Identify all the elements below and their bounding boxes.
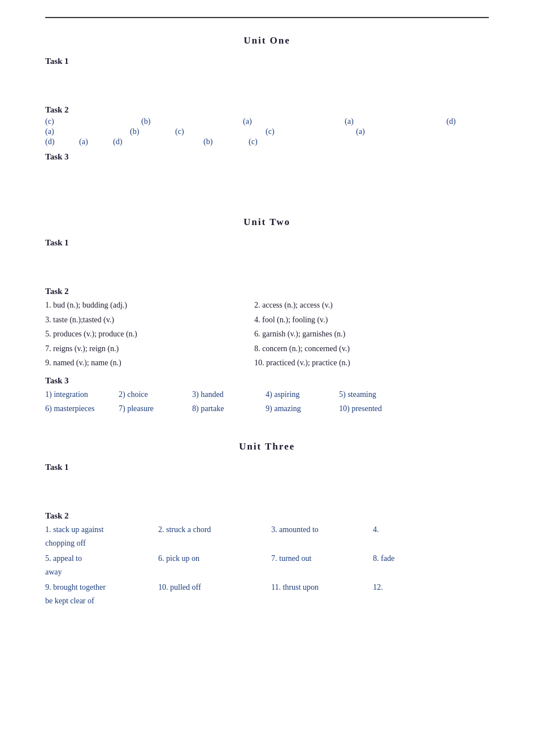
answer-cell: (a) [345,117,396,126]
col-left: 3. taste (n.);tasted (v.) [45,313,254,327]
unit-title-3: Unit Three [45,441,489,452]
task2-unit3-sub: away [45,565,489,580]
unit-title-1: Unit One [45,35,489,46]
task2-unit3-sub-cell [373,594,429,608]
col-left: 1. bud (n.); budding (adj.) [45,299,254,313]
task2-unit3-cell: 1. stack up against [45,523,158,537]
answer-cell [85,117,141,126]
task2-unit3-sub-cell [158,565,271,580]
col-right: 4. fool (n.); fooling (v.) [254,313,489,327]
col-right: 8. concern (n.); concerned (v.) [254,342,489,356]
task2-unit3: 1. stack up against2. struck a chord3. a… [45,523,489,608]
col-right: 10. practiced (v.); practice (n.) [254,356,489,370]
task2-row: 3. taste (n.);tasted (v.)4. fool (n.); f… [45,313,489,327]
answer-cell [294,137,339,146]
answer-cell: (a) [356,127,401,136]
task2-unit3-sub-cell: be kept clear of [45,594,158,608]
task2-unit3-sub: be kept clear of [45,594,489,608]
answer-cell: (b) [141,117,192,126]
unit-separator [45,195,489,203]
task2-unit3-cell: 11. thrust upon [271,581,373,595]
answer-cell: (b) [130,127,175,136]
answer-cell [311,127,356,136]
task2-unit3-sub-cell [373,565,429,580]
task-label-u2-t1: Task 1 [45,238,489,248]
col-left: 5. produces (v.); produce (n.) [45,327,254,342]
t3-cell: 7) pleasure [119,402,192,416]
answer-cell: (b) [203,137,249,146]
t3-cell: 9) amazing [266,402,339,416]
answer-cell [192,117,243,126]
answer-row: (a)(b)(c)(c)(a) [45,127,489,136]
answer-cell [294,117,345,126]
task2-unit3-cell: 7. turned out [271,552,373,566]
task2-unit3-cell: 12. [373,581,429,595]
task2-unit3-sub-cell: away [45,565,158,580]
answer-cell: (d) [45,137,79,146]
answer-cell: (a) [243,117,294,126]
task-empty-space [45,474,489,506]
t3-cell: 4) aspiring [266,388,339,402]
task2-row: 5. produces (v.); produce (n.)6. garnish… [45,327,489,342]
col-left: 9. named (v.); name (n.) [45,356,254,370]
task2-unit3-row: 1. stack up against2. struck a chord3. a… [45,523,489,537]
task-label-u3-t1: Task 1 [45,463,489,472]
task2-unit3-sub-cell [271,594,373,608]
task3-unit2: 1) integration2) choice3) handed4) aspir… [45,388,489,416]
task2-unit3-row: 5. appeal to6. pick up on7. turned out8.… [45,552,489,566]
answer-cell [220,127,266,136]
task2-unit3-cell: 3. amounted to [271,523,373,537]
task3-row: 1) integration2) choice3) handed4) aspir… [45,388,489,402]
answer-row: (c)(b)(a)(a)(d) [45,117,489,126]
task2-unit3-sub-cell: chopping off [45,537,158,551]
task2-unit3-sub-cell [271,537,373,551]
task-label-u2-t3: Task 3 [45,376,489,386]
task2-unit3-sub-cell [158,594,271,608]
t3-cell: 10) presented [339,402,429,416]
task2-unit3-cell: 6. pick up on [158,552,271,566]
task2-unit3-cell: 8. fade [373,552,429,566]
task-empty-space [45,250,489,281]
task2-row: 9. named (v.); name (n.)10. practiced (v… [45,356,489,370]
t3-cell: 2) choice [119,388,192,402]
answer-cell: (c) [249,137,294,146]
col-left: 7. reigns (v.); reign (n.) [45,342,254,356]
task-label-u2-t2: Task 2 [45,287,489,296]
answer-cell: (a) [45,127,85,136]
t3-cell: 5) steaming [339,388,429,402]
task2-unit3-sub-cell [373,537,429,551]
answer-cell [396,117,446,126]
t3-cell: 3) handed [192,388,266,402]
answer-row: (d)(a)(d)(b)(c) [45,137,489,146]
answer-cell: (a) [79,137,113,146]
task-label-u1-t2: Task 2 [45,105,489,115]
task-label-u1-t1: Task 1 [45,57,489,66]
task-label-u1-t3: Task 3 [45,152,489,162]
task2-row: 7. reigns (v.); reign (n.)8. concern (n.… [45,342,489,356]
answer-grid-u1-t2: (c)(b)(a)(a)(d)(a)(b)(c)(c)(a)(d)(a)(d)(… [45,117,489,146]
answer-cell [158,137,203,146]
task2-unit3-cell: 5. appeal to [45,552,158,566]
answer-cell: (c) [266,127,311,136]
col-right: 6. garnish (v.); garnishes (n.) [254,327,489,342]
task2-unit3-cell: 4. [373,523,429,537]
answer-cell: (c) [175,127,220,136]
unit-separator [45,420,489,427]
task2-two-col: 1. bud (n.); budding (adj.)2. access (n.… [45,299,489,370]
answer-cell: (d) [113,137,158,146]
task2-unit3-cell: 2. struck a chord [158,523,271,537]
answer-cell [339,137,384,146]
t3-cell: 6) masterpieces [45,402,119,416]
answer-cell [384,137,429,146]
task2-unit3-cell: 9. brought together [45,581,158,595]
task3-row: 6) masterpieces7) pleasure8) partake9) a… [45,402,489,416]
task2-unit3-sub: chopping off [45,537,489,551]
col-right: 2. access (n.); access (v.) [254,299,489,313]
t3-cell: 1) integration [45,388,119,402]
task-empty-space [45,164,489,195]
task-empty-space [45,68,489,100]
task2-unit3-cell: 10. pulled off [158,581,271,595]
answer-cell [85,127,130,136]
answer-cell: (d) [446,117,497,126]
task2-unit3-sub-cell [158,537,271,551]
